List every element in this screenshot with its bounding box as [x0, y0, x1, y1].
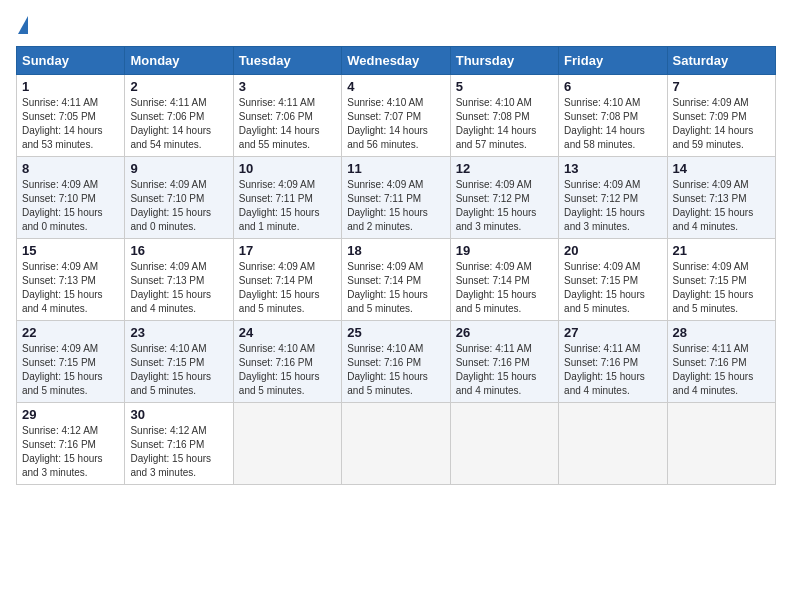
day-info: Sunrise: 4:09 AMSunset: 7:15 PMDaylight:… [22, 342, 119, 398]
calendar-day-cell: 19Sunrise: 4:09 AMSunset: 7:14 PMDayligh… [450, 239, 558, 321]
calendar-table: SundayMondayTuesdayWednesdayThursdayFrid… [16, 46, 776, 485]
day-number: 27 [564, 325, 661, 340]
day-info: Sunrise: 4:09 AMSunset: 7:10 PMDaylight:… [22, 178, 119, 234]
calendar-header-row: SundayMondayTuesdayWednesdayThursdayFrid… [17, 47, 776, 75]
calendar-day-cell: 5Sunrise: 4:10 AMSunset: 7:08 PMDaylight… [450, 75, 558, 157]
calendar-day-cell: 17Sunrise: 4:09 AMSunset: 7:14 PMDayligh… [233, 239, 341, 321]
day-info: Sunrise: 4:09 AMSunset: 7:11 PMDaylight:… [347, 178, 444, 234]
day-info: Sunrise: 4:11 AMSunset: 7:16 PMDaylight:… [456, 342, 553, 398]
calendar-day-cell [233, 403, 341, 485]
day-number: 3 [239, 79, 336, 94]
day-info: Sunrise: 4:09 AMSunset: 7:15 PMDaylight:… [564, 260, 661, 316]
day-number: 5 [456, 79, 553, 94]
calendar-day-cell: 7Sunrise: 4:09 AMSunset: 7:09 PMDaylight… [667, 75, 775, 157]
day-number: 16 [130, 243, 227, 258]
day-info: Sunrise: 4:11 AMSunset: 7:06 PMDaylight:… [130, 96, 227, 152]
day-info: Sunrise: 4:11 AMSunset: 7:16 PMDaylight:… [564, 342, 661, 398]
calendar-day-cell: 8Sunrise: 4:09 AMSunset: 7:10 PMDaylight… [17, 157, 125, 239]
day-number: 30 [130, 407, 227, 422]
calendar-day-cell: 27Sunrise: 4:11 AMSunset: 7:16 PMDayligh… [559, 321, 667, 403]
calendar-day-cell: 1Sunrise: 4:11 AMSunset: 7:05 PMDaylight… [17, 75, 125, 157]
calendar-day-cell: 30Sunrise: 4:12 AMSunset: 7:16 PMDayligh… [125, 403, 233, 485]
day-number: 24 [239, 325, 336, 340]
calendar-week-row: 22Sunrise: 4:09 AMSunset: 7:15 PMDayligh… [17, 321, 776, 403]
calendar-day-cell: 20Sunrise: 4:09 AMSunset: 7:15 PMDayligh… [559, 239, 667, 321]
day-info: Sunrise: 4:09 AMSunset: 7:12 PMDaylight:… [456, 178, 553, 234]
day-info: Sunrise: 4:09 AMSunset: 7:13 PMDaylight:… [22, 260, 119, 316]
calendar-day-cell: 6Sunrise: 4:10 AMSunset: 7:08 PMDaylight… [559, 75, 667, 157]
calendar-day-cell: 13Sunrise: 4:09 AMSunset: 7:12 PMDayligh… [559, 157, 667, 239]
day-info: Sunrise: 4:10 AMSunset: 7:16 PMDaylight:… [239, 342, 336, 398]
day-info: Sunrise: 4:10 AMSunset: 7:08 PMDaylight:… [564, 96, 661, 152]
calendar-day-cell: 26Sunrise: 4:11 AMSunset: 7:16 PMDayligh… [450, 321, 558, 403]
day-number: 8 [22, 161, 119, 176]
calendar-day-cell: 29Sunrise: 4:12 AMSunset: 7:16 PMDayligh… [17, 403, 125, 485]
day-info: Sunrise: 4:09 AMSunset: 7:11 PMDaylight:… [239, 178, 336, 234]
calendar-day-cell: 10Sunrise: 4:09 AMSunset: 7:11 PMDayligh… [233, 157, 341, 239]
day-number: 13 [564, 161, 661, 176]
day-number: 20 [564, 243, 661, 258]
calendar-day-header: Wednesday [342, 47, 450, 75]
logo-triangle-icon [18, 16, 28, 34]
day-number: 10 [239, 161, 336, 176]
day-info: Sunrise: 4:10 AMSunset: 7:16 PMDaylight:… [347, 342, 444, 398]
day-number: 1 [22, 79, 119, 94]
calendar-day-header: Sunday [17, 47, 125, 75]
calendar-day-header: Tuesday [233, 47, 341, 75]
calendar-day-cell: 22Sunrise: 4:09 AMSunset: 7:15 PMDayligh… [17, 321, 125, 403]
calendar-day-cell: 24Sunrise: 4:10 AMSunset: 7:16 PMDayligh… [233, 321, 341, 403]
calendar-day-header: Monday [125, 47, 233, 75]
day-info: Sunrise: 4:09 AMSunset: 7:09 PMDaylight:… [673, 96, 770, 152]
day-info: Sunrise: 4:11 AMSunset: 7:05 PMDaylight:… [22, 96, 119, 152]
day-info: Sunrise: 4:12 AMSunset: 7:16 PMDaylight:… [130, 424, 227, 480]
day-number: 2 [130, 79, 227, 94]
day-number: 22 [22, 325, 119, 340]
calendar-day-cell [342, 403, 450, 485]
calendar-day-cell: 25Sunrise: 4:10 AMSunset: 7:16 PMDayligh… [342, 321, 450, 403]
calendar-day-cell: 18Sunrise: 4:09 AMSunset: 7:14 PMDayligh… [342, 239, 450, 321]
day-number: 28 [673, 325, 770, 340]
day-info: Sunrise: 4:09 AMSunset: 7:14 PMDaylight:… [347, 260, 444, 316]
calendar-day-header: Friday [559, 47, 667, 75]
calendar-day-cell: 9Sunrise: 4:09 AMSunset: 7:10 PMDaylight… [125, 157, 233, 239]
day-info: Sunrise: 4:11 AMSunset: 7:16 PMDaylight:… [673, 342, 770, 398]
calendar-day-header: Thursday [450, 47, 558, 75]
day-number: 4 [347, 79, 444, 94]
calendar-day-cell [450, 403, 558, 485]
calendar-day-cell: 11Sunrise: 4:09 AMSunset: 7:11 PMDayligh… [342, 157, 450, 239]
calendar-day-cell: 14Sunrise: 4:09 AMSunset: 7:13 PMDayligh… [667, 157, 775, 239]
day-number: 12 [456, 161, 553, 176]
day-info: Sunrise: 4:09 AMSunset: 7:13 PMDaylight:… [130, 260, 227, 316]
calendar-day-cell: 4Sunrise: 4:10 AMSunset: 7:07 PMDaylight… [342, 75, 450, 157]
calendar-day-cell: 16Sunrise: 4:09 AMSunset: 7:13 PMDayligh… [125, 239, 233, 321]
calendar-week-row: 1Sunrise: 4:11 AMSunset: 7:05 PMDaylight… [17, 75, 776, 157]
day-number: 6 [564, 79, 661, 94]
day-number: 7 [673, 79, 770, 94]
day-number: 19 [456, 243, 553, 258]
calendar-day-cell: 21Sunrise: 4:09 AMSunset: 7:15 PMDayligh… [667, 239, 775, 321]
day-number: 26 [456, 325, 553, 340]
calendar-day-cell: 28Sunrise: 4:11 AMSunset: 7:16 PMDayligh… [667, 321, 775, 403]
day-number: 15 [22, 243, 119, 258]
calendar-week-row: 15Sunrise: 4:09 AMSunset: 7:13 PMDayligh… [17, 239, 776, 321]
calendar-week-row: 8Sunrise: 4:09 AMSunset: 7:10 PMDaylight… [17, 157, 776, 239]
day-info: Sunrise: 4:09 AMSunset: 7:15 PMDaylight:… [673, 260, 770, 316]
calendar-day-cell [667, 403, 775, 485]
calendar-day-cell [559, 403, 667, 485]
logo [16, 16, 28, 36]
page-header [16, 16, 776, 36]
day-number: 18 [347, 243, 444, 258]
calendar-day-cell: 15Sunrise: 4:09 AMSunset: 7:13 PMDayligh… [17, 239, 125, 321]
day-info: Sunrise: 4:11 AMSunset: 7:06 PMDaylight:… [239, 96, 336, 152]
day-number: 17 [239, 243, 336, 258]
day-number: 21 [673, 243, 770, 258]
calendar-day-cell: 12Sunrise: 4:09 AMSunset: 7:12 PMDayligh… [450, 157, 558, 239]
calendar-day-cell: 2Sunrise: 4:11 AMSunset: 7:06 PMDaylight… [125, 75, 233, 157]
day-info: Sunrise: 4:09 AMSunset: 7:12 PMDaylight:… [564, 178, 661, 234]
day-number: 29 [22, 407, 119, 422]
calendar-day-header: Saturday [667, 47, 775, 75]
calendar-day-cell: 23Sunrise: 4:10 AMSunset: 7:15 PMDayligh… [125, 321, 233, 403]
day-number: 14 [673, 161, 770, 176]
day-info: Sunrise: 4:10 AMSunset: 7:07 PMDaylight:… [347, 96, 444, 152]
calendar-week-row: 29Sunrise: 4:12 AMSunset: 7:16 PMDayligh… [17, 403, 776, 485]
